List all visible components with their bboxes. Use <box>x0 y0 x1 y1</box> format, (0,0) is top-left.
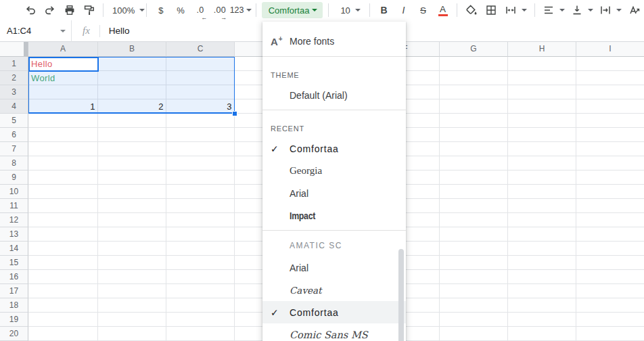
undo-icon <box>24 4 37 16</box>
row-header-19[interactable]: 19 <box>0 313 28 327</box>
print-button[interactable] <box>60 1 78 19</box>
chevron-down-icon <box>588 9 593 12</box>
row-header-16[interactable]: 16 <box>0 270 28 284</box>
add-font-icon: A+ <box>271 36 290 47</box>
format-currency-button[interactable]: $ <box>152 1 170 19</box>
text-color-swatch <box>438 14 448 16</box>
decrease-decimal-button[interactable]: .0 ← <box>191 1 209 19</box>
row-header-7[interactable]: 7 <box>0 142 28 156</box>
bold-button[interactable]: B <box>375 1 393 19</box>
font-option-label: Arial <box>290 263 308 273</box>
format-percent-button[interactable]: % <box>171 1 189 19</box>
menu-divider <box>262 230 406 231</box>
column-header-H[interactable]: H <box>508 42 576 57</box>
cell-C4[interactable]: 3 <box>166 99 235 114</box>
toolbar-divider <box>534 3 535 17</box>
font-option-georgia[interactable]: Georgia <box>262 160 406 182</box>
row-header-5[interactable]: 5 <box>0 114 28 128</box>
row-header-20[interactable]: 20 <box>0 327 28 341</box>
row-header-18[interactable]: 18 <box>0 298 28 313</box>
chevron-down-icon <box>355 9 361 12</box>
cell-A1[interactable]: Hello <box>28 57 98 71</box>
row-header-14[interactable]: 14 <box>0 242 28 256</box>
name-box[interactable]: A1:C4 <box>0 20 71 41</box>
merge-cells-button[interactable] <box>501 1 530 19</box>
italic-button[interactable]: I <box>394 1 413 19</box>
chevron-down-icon <box>246 9 252 12</box>
font-option-caveat[interactable]: Caveat <box>262 279 406 301</box>
font-option-comic-sans-ms[interactable]: Comic Sans MS <box>262 323 406 341</box>
font-option-amatic-sc[interactable]: Amatic SC <box>262 234 406 256</box>
row-header-15[interactable]: 15 <box>0 256 28 270</box>
chevron-down-icon <box>60 30 66 32</box>
decrease-decimal-label: .0 <box>196 5 204 15</box>
increase-decimal-button[interactable]: .00 → <box>210 1 229 19</box>
row-header-13[interactable]: 13 <box>0 227 28 242</box>
toolbar-divider <box>146 3 147 17</box>
zoom-select[interactable]: 100% <box>108 1 141 19</box>
column-header-A[interactable]: A <box>28 42 98 57</box>
font-option-arial[interactable]: Arial <box>262 256 406 279</box>
redo-icon <box>44 4 56 16</box>
more-formats-button[interactable]: 123 <box>230 1 250 19</box>
text-wrapping-button[interactable] <box>597 1 624 19</box>
font-option-arial[interactable]: Arial <box>262 182 406 204</box>
row-header-12[interactable]: 12 <box>0 213 28 227</box>
check-icon: ✓ <box>271 143 290 154</box>
menu-scrollbar[interactable] <box>398 249 404 341</box>
print-icon <box>64 4 76 16</box>
fill-color-icon <box>465 4 478 16</box>
strikethrough-button[interactable]: S <box>414 1 432 19</box>
text-rotation-button[interactable] <box>625 1 643 19</box>
text-color-button[interactable]: A <box>434 1 452 19</box>
fx-icon: fx <box>83 25 90 37</box>
toolbar-divider <box>457 3 457 17</box>
redo-button[interactable] <box>41 1 59 19</box>
row-header-4[interactable]: 4 <box>0 99 28 114</box>
font-option-default-arial-[interactable]: Default (Arial) <box>262 84 406 106</box>
column-header-C[interactable]: C <box>166 42 235 57</box>
font-option-label: Impact <box>290 210 315 221</box>
fill-handle[interactable] <box>232 111 237 116</box>
row-header-2[interactable]: 2 <box>0 71 28 85</box>
row-header-3[interactable]: 3 <box>0 85 28 99</box>
text-rotation-icon <box>628 4 641 16</box>
align-bottom-icon <box>571 4 583 16</box>
paint-format-button[interactable] <box>80 1 98 19</box>
column-header-G[interactable]: G <box>440 42 508 57</box>
column-header-I[interactable]: I <box>576 42 644 57</box>
name-box-value: A1:C4 <box>7 26 31 36</box>
cell-A4[interactable]: 1 <box>28 99 98 114</box>
font-option-comfortaa[interactable]: ✓Comfortaa <box>262 137 406 160</box>
column-header-B[interactable]: B <box>98 42 166 57</box>
cell-A2[interactable]: World <box>28 71 98 85</box>
more-formats-label: 123 <box>230 5 244 15</box>
font-option-label: More fonts <box>290 36 334 47</box>
vertical-align-button[interactable] <box>568 1 595 19</box>
row-header-9[interactable]: 9 <box>0 170 28 185</box>
borders-icon <box>485 4 497 16</box>
font-size-select[interactable]: 10 <box>334 1 365 19</box>
chevron-down-icon <box>616 9 622 12</box>
row-header-1[interactable]: 1 <box>0 57 28 71</box>
horizontal-align-button[interactable] <box>540 1 567 19</box>
menu-item-more-fonts[interactable]: A+More fonts <box>262 30 406 53</box>
row-header-8[interactable]: 8 <box>0 156 28 170</box>
row-header-17[interactable]: 17 <box>0 284 28 298</box>
font-family-select[interactable]: Comfortaa <box>262 2 323 18</box>
font-option-impact[interactable]: Impact <box>262 204 406 227</box>
fill-color-button[interactable] <box>462 1 480 19</box>
menu-divider <box>262 110 406 110</box>
undo-button[interactable] <box>21 1 39 19</box>
font-option-label: Comfortaa <box>290 307 339 318</box>
borders-button[interactable] <box>482 1 500 19</box>
align-left-icon <box>543 4 555 16</box>
row-header-11[interactable]: 11 <box>0 199 28 213</box>
cell-B4[interactable]: 2 <box>98 99 166 114</box>
gridline <box>576 57 576 341</box>
font-option-comfortaa[interactable]: ✓Comfortaa <box>262 301 406 323</box>
row-header-10[interactable]: 10 <box>0 185 28 199</box>
select-all-corner[interactable] <box>0 42 28 57</box>
gridline <box>439 57 440 341</box>
row-header-6[interactable]: 6 <box>0 128 28 142</box>
